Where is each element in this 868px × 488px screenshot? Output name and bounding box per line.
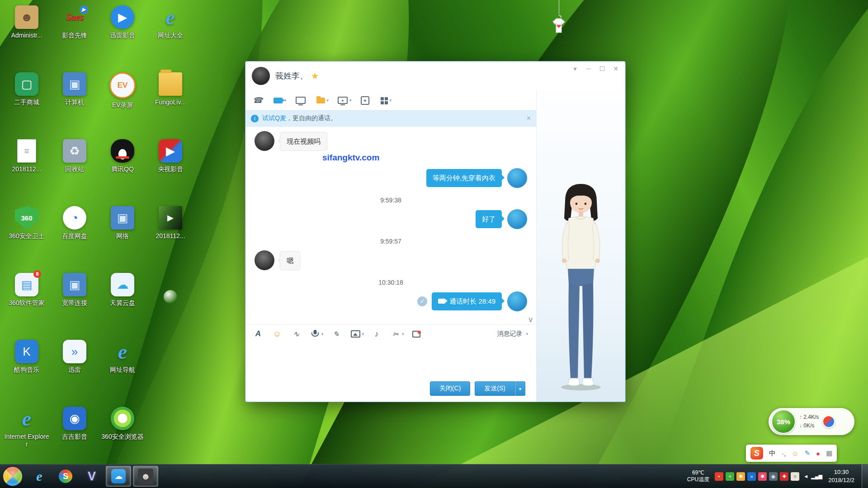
url-navigation[interactable]: e 网址导航 xyxy=(99,339,146,406)
send-button-group: 发送(S) ▾ xyxy=(475,381,525,396)
ev-recorder[interactable]: EV EV录屏 xyxy=(99,71,146,138)
doodle[interactable] xyxy=(332,329,343,338)
360-browser[interactable]: 360安全浏览器 xyxy=(99,406,146,473)
voice-call[interactable] xyxy=(253,96,264,105)
360-software-manager[interactable]: ▤ 360软件管家 xyxy=(3,272,51,339)
boost-rocket-icon[interactable] xyxy=(822,415,835,428)
doc-file[interactable]: ≡ 2018112... xyxy=(3,138,51,205)
contact-avatar[interactable] xyxy=(252,67,270,85)
taskbar-tianyi-cloud[interactable]: ☁ xyxy=(106,466,131,487)
send-image[interactable]: ▾ xyxy=(351,330,364,338)
kugou-music[interactable]: K 酷狗音乐 xyxy=(3,339,51,406)
tshirt-icon xyxy=(549,14,569,36)
taskbar-v-player[interactable]: V xyxy=(80,466,104,486)
xunlei-tray-icon[interactable]: » xyxy=(747,472,756,481)
screenshot[interactable]: ▾ xyxy=(391,329,404,338)
cctv-player[interactable]: ▶ 央视影音 xyxy=(146,138,194,205)
administrator[interactable]: ☻ Administr... xyxy=(3,5,51,71)
volume-tray-icon[interactable]: ◄ xyxy=(802,472,810,481)
url-daquan[interactable]: e 网址大全 xyxy=(146,5,194,71)
app-box[interactable]: ▾ xyxy=(380,97,392,104)
icon-glyph: ▣ xyxy=(117,211,128,225)
minimize-button[interactable]: ─ xyxy=(582,63,595,74)
xunlei-player[interactable]: ▶ 迅雷影音 xyxy=(99,5,146,71)
banner-close-icon[interactable]: × xyxy=(527,114,531,122)
message-input[interactable] xyxy=(245,343,536,375)
taskbar-ie[interactable]: e xyxy=(27,466,52,486)
network-tray-icon[interactable]: ▂▄▆ xyxy=(812,472,821,481)
window-menu-button[interactable]: ▾ xyxy=(568,63,582,74)
sogou-logo-icon[interactable]: S xyxy=(750,447,763,460)
red-app-tray-icon[interactable]: ▪ xyxy=(715,472,723,481)
ime-keys: 中 ·, ☺ ✎ ● ▦ xyxy=(769,449,832,458)
sogou-ime-bar[interactable]: S 中 ·, ☺ ✎ ● ▦ xyxy=(746,445,837,462)
magic-expression[interactable] xyxy=(292,329,302,338)
jiji-player[interactable]: ◉ 吉吉影音 xyxy=(51,406,99,473)
computer[interactable]: ▣ 计算机 xyxy=(51,71,99,138)
pink-flower-tray-icon[interactable]: ✱ xyxy=(758,472,767,481)
send-file[interactable]: ▾ xyxy=(316,98,329,103)
secondhand-mall[interactable]: ▢ 二手商城 xyxy=(3,71,51,138)
qqshow-panel[interactable] xyxy=(536,90,625,402)
taskbar: e S V ☁ ☻ 69℃ xyxy=(0,464,868,488)
recycle-bin[interactable]: ♻ 回收站 xyxy=(51,138,99,205)
voice-input-key[interactable]: ● xyxy=(816,450,820,457)
maximize-button[interactable]: ☐ xyxy=(595,63,609,74)
video-file[interactable]: ▶ 2018112... xyxy=(146,205,194,272)
keyboard-key[interactable]: ▦ xyxy=(826,449,832,457)
qqshow-hanger-widget[interactable] xyxy=(548,0,570,38)
security-shield-tray-icon[interactable]: ✚ xyxy=(780,472,788,481)
green-plus-tray-icon[interactable]: + xyxy=(726,472,734,481)
voice-message[interactable]: ▾ xyxy=(311,329,324,338)
yingyin-xianfeng[interactable]: Saes 影音先锋 xyxy=(51,5,99,71)
remote-desktop[interactable]: ▾ xyxy=(338,97,352,104)
show-desktop-button[interactable] xyxy=(862,465,868,488)
music-share[interactable] xyxy=(372,329,383,338)
baidu-netdisk[interactable]: ◔ 百度网盘 xyxy=(51,205,99,272)
pinwheel-tray-icon[interactable]: ✱ xyxy=(736,472,745,481)
self-avatar[interactable] xyxy=(507,209,527,229)
peer-avatar[interactable] xyxy=(255,131,274,151)
qmai-link[interactable]: 试试Q麦 xyxy=(262,114,286,122)
fungo-live[interactable]: FungoLiv... xyxy=(146,71,194,138)
punctuation-key[interactable]: ·, xyxy=(782,450,786,457)
message-text: sifangktv.com xyxy=(322,153,379,162)
broadband-connection[interactable]: ▣ 宽带连接 xyxy=(51,272,99,339)
screen-share[interactable] xyxy=(296,97,307,104)
taskbar-qq-chat[interactable]: ☻ xyxy=(133,466,158,487)
send-options-button[interactable]: ▾ xyxy=(515,381,525,396)
tencent-qq[interactable]: 腾讯QQ xyxy=(99,138,146,205)
clock-date: 2018/12/2 xyxy=(828,476,854,484)
360-safeguard[interactable]: 360 360安全卫士 xyxy=(3,205,51,272)
clipboard-tray-icon[interactable]: ≡ xyxy=(791,472,799,481)
message-box[interactable] xyxy=(412,331,422,338)
video-call[interactable]: ▾ xyxy=(274,98,287,103)
create-discussion[interactable] xyxy=(361,96,371,105)
close-window-button[interactable]: ✕ xyxy=(609,63,623,74)
handwriting-key[interactable]: ✎ xyxy=(805,449,811,457)
emoji[interactable] xyxy=(273,329,283,338)
start-button[interactable] xyxy=(0,466,25,487)
chinese-mode-key[interactable]: 中 xyxy=(769,449,776,458)
self-avatar[interactable] xyxy=(507,168,527,188)
internet-explorer[interactable]: e Internet Explorer xyxy=(3,406,51,473)
taskbar-sogou-browser[interactable]: S xyxy=(53,466,78,486)
emoji-key[interactable]: ☺ xyxy=(792,450,798,457)
tray-icons: ▪ + ✱ » ✱ ◉ ✚ ≡ ◄ ▂▄▆ xyxy=(715,472,821,481)
tianyi-cloud[interactable]: ☁ 天翼云盘 xyxy=(99,272,146,339)
icon-glyph: K xyxy=(23,345,30,359)
window-titlebar[interactable]: 莪姓李、 ★ ▾ ─ ☐ ✕ xyxy=(245,61,625,90)
font-style[interactable] xyxy=(254,329,264,338)
send-button[interactable]: 发送(S) xyxy=(475,381,515,396)
peer-avatar[interactable] xyxy=(255,250,274,270)
message-history-button[interactable]: 消息记录 ▾ xyxy=(497,330,528,338)
self-avatar[interactable] xyxy=(507,291,527,311)
cpu-temp-value: 69℃ xyxy=(687,469,709,476)
taskbar-clock[interactable]: 10:30 2018/12/2 xyxy=(826,468,856,484)
close-button[interactable]: 关闭(C) xyxy=(430,381,470,396)
network[interactable]: ▣ 网络 xyxy=(99,205,146,272)
scroll-to-bottom-icon[interactable]: ∨ xyxy=(528,315,533,324)
360-speed-ball[interactable]: 38% ↑ 2.4K/s ↓ 0K/s xyxy=(769,408,854,435)
xunlei[interactable]: » 迅雷 xyxy=(51,339,99,406)
camera-tray-icon[interactable]: ◉ xyxy=(769,472,778,481)
